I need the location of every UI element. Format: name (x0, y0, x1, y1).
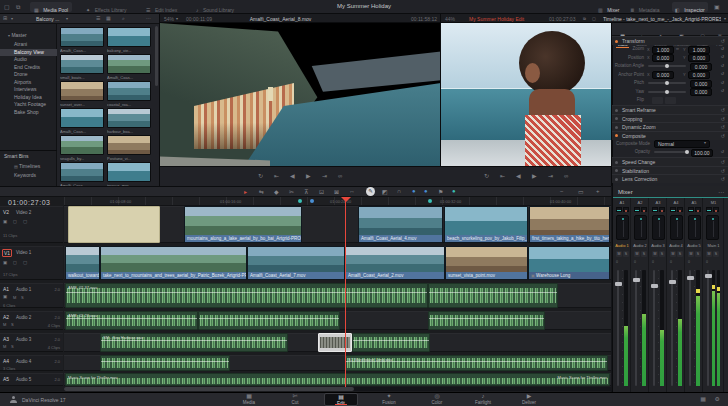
timeline-clip-audio[interactable]: AMB_02.23.wav (65, 311, 198, 330)
loop-icon[interactable]: ∞ (338, 173, 342, 179)
media-clip[interactable] (107, 27, 151, 47)
page-cut[interactable]: ✄ Cut (278, 393, 312, 405)
fader-handle[interactable] (615, 282, 622, 286)
timeline-clip-video[interactable]: first_timers_taking_a_hike_by_tito_herre… (529, 206, 610, 243)
track-header-a5[interactable]: A5 Audio 5 2.0 (0, 373, 63, 386)
enable-icon[interactable]: ▢ (23, 220, 27, 225)
fader-track[interactable] (707, 270, 709, 386)
reset-icon[interactable]: ↺ (721, 72, 724, 76)
mixer-more-icon[interactable]: ⋯ (718, 189, 724, 195)
media-pool-scrollbar[interactable] (155, 26, 158, 86)
panel-toggle-icon[interactable]: ▣ (714, 4, 720, 10)
opacity-slider[interactable] (654, 151, 688, 153)
caret-down-icon[interactable]: ▾ (724, 17, 726, 21)
timeline-clip-compound[interactable]: ▣ Warehouse Long (528, 246, 610, 280)
lock-icon[interactable]: ◻ (13, 261, 17, 266)
solo-button[interactable]: S (713, 251, 719, 257)
timeline-zoom-out-icon[interactable]: − (560, 188, 564, 194)
bin-holiday-idea[interactable]: Holiday Idea (0, 94, 57, 101)
solo-icon[interactable]: S (11, 345, 14, 349)
current-bin-name[interactable]: Balcony ... (36, 16, 59, 22)
bin-master[interactable]: ▾ Master (0, 32, 57, 39)
solo-icon[interactable]: S (11, 323, 14, 327)
go-to-start-icon[interactable]: ⇤ (500, 173, 505, 179)
pan-control[interactable] (670, 215, 683, 240)
channel-label[interactable]: Audio 2 (632, 243, 648, 248)
section-composite[interactable]: Composite↺ (612, 131, 728, 140)
flip-vertical-button[interactable]: ⇅ (665, 97, 676, 104)
enable-icon[interactable]: ▢ (23, 261, 27, 266)
channel-label[interactable]: Audio 3 (650, 243, 666, 248)
smart-bin-timelines[interactable]: ▤ Timelines (0, 163, 57, 170)
timeline-clip-video[interactable]: take_next_to_mountains_and_trees_aerial_… (100, 246, 247, 280)
bin-drone[interactable]: Drone (0, 71, 57, 78)
pan-control[interactable] (652, 215, 665, 240)
volume-line[interactable] (353, 340, 429, 341)
track-header-v2[interactable]: V2 Video 2 ▣ ◻ ▢ 11 Clips (0, 206, 63, 243)
bin-airports[interactable]: Airports (0, 79, 57, 86)
lock-icon[interactable]: ◻ (13, 220, 17, 225)
annotate-tool-icon[interactable]: ✎ (366, 187, 375, 196)
marker-icon[interactable]: ● (452, 188, 456, 194)
flag-icon[interactable]: ⚑ (438, 188, 443, 195)
fader-track[interactable] (635, 270, 637, 386)
timeline-clip-audio[interactable]: S1 Warehouse Long.wav (345, 355, 608, 371)
eq-thumbnail[interactable] (670, 207, 676, 212)
media-clip[interactable] (107, 162, 151, 182)
playhead[interactable] (345, 197, 346, 387)
track-header-a3[interactable]: A3 Audio 3 2.0 M S 4 Clips (0, 333, 63, 352)
go-to-start-icon[interactable]: ⇤ (274, 173, 279, 179)
project-manager-icon[interactable]: ▦ (700, 396, 706, 402)
pan-control[interactable] (706, 215, 719, 240)
snapping-icon[interactable]: ∩ (397, 188, 401, 194)
jog-icon[interactable]: ↻ (484, 173, 489, 179)
timeline-selector[interactable]: Timeline - take_next_to_me_-_Jack_Artgri… (603, 16, 721, 22)
volume-line[interactable] (429, 292, 557, 293)
jog-icon[interactable]: ↻ (258, 173, 263, 179)
media-clip[interactable] (60, 81, 104, 101)
timeline-clip-audio[interactable] (198, 311, 340, 330)
page-media[interactable]: ▦ Media (232, 393, 266, 405)
fader-handle[interactable] (705, 274, 712, 278)
page-edit-active[interactable]: ▤ Edit (324, 393, 358, 406)
auto-select-icon[interactable]: ▣ (3, 295, 7, 300)
media-clip[interactable] (60, 108, 104, 128)
solo-button[interactable]: S (623, 251, 629, 257)
section-lens-correction[interactable]: Lens Correction↺ (612, 174, 728, 183)
position-x-value[interactable]: 0.000 (652, 54, 674, 62)
fader-track[interactable] (617, 270, 619, 386)
volume-line[interactable] (429, 318, 544, 319)
media-clip[interactable] (60, 135, 104, 155)
media-clip[interactable] (60, 162, 104, 182)
linked-selection-icon[interactable]: ● (412, 188, 416, 194)
rotation-value[interactable]: 0.000 (690, 63, 712, 71)
trim-edit-icon[interactable]: ⇆ (259, 188, 264, 195)
reset-icon[interactable]: ↺ (721, 150, 724, 154)
list-view-icon[interactable]: ☰ (96, 16, 100, 21)
import-media-icon[interactable]: ⊞ (3, 16, 7, 21)
dynamic-trim-icon[interactable]: ◆ (274, 188, 279, 195)
blue-marker-icon[interactable] (310, 199, 314, 203)
go-to-end-icon[interactable]: ⇥ (322, 173, 327, 179)
bin-end-credits[interactable]: End Credits (0, 64, 57, 71)
flip-horizontal-button[interactable]: ⇄ (652, 97, 663, 104)
play-icon[interactable]: ▶ (532, 173, 537, 179)
mute-button[interactable]: M (652, 251, 658, 257)
solo-icon[interactable]: S (21, 296, 24, 300)
teal-marker-icon[interactable] (298, 199, 302, 203)
timeline-clip-audio[interactable] (352, 333, 430, 352)
dynamics-thumbnail[interactable] (659, 207, 665, 212)
thumbnail-view-icon[interactable]: ▦ (106, 16, 111, 21)
eq-thumbnail[interactable] (706, 207, 712, 212)
dynamics-thumbnail[interactable] (623, 207, 629, 212)
timeline-clip-music[interactable]: Music Score for Thriller.mov Music Score… (65, 373, 610, 386)
pitch-slider[interactable] (648, 82, 686, 84)
replace-clip-icon[interactable]: ⊠ (334, 188, 339, 195)
pan-control[interactable] (688, 215, 701, 240)
timeline-zoom-level[interactable]: 44% (445, 16, 455, 22)
media-clip[interactable] (107, 135, 151, 155)
channel-label[interactable]: Main 1 (704, 243, 723, 248)
reset-icon[interactable]: ↺ (721, 37, 725, 45)
auto-select-icon[interactable]: ▣ (3, 261, 7, 266)
bin-interviews[interactable]: Interviews (0, 86, 57, 93)
